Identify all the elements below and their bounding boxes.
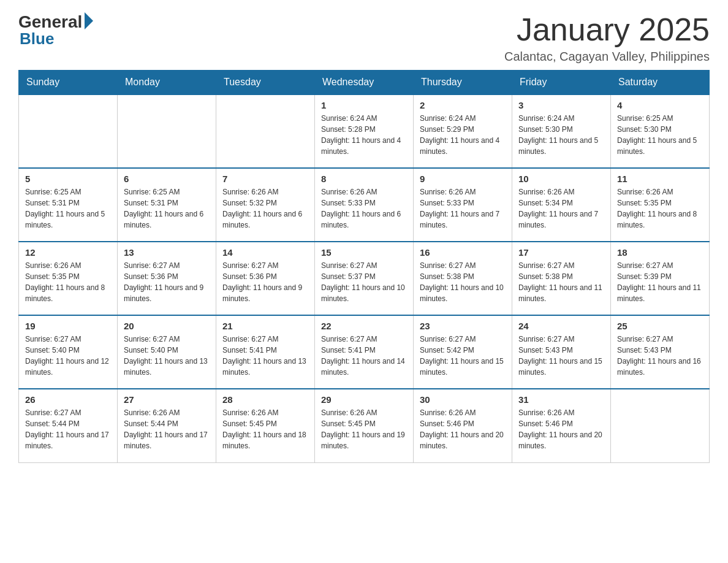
day-info: Sunrise: 6:27 AM Sunset: 5:44 PM Dayligh… [25, 407, 111, 451]
day-number: 2 [420, 100, 506, 110]
day-info: Sunrise: 6:26 AM Sunset: 5:32 PM Dayligh… [222, 186, 308, 231]
calendar-cell: 1Sunrise: 6:24 AM Sunset: 5:28 PM Daylig… [315, 94, 414, 168]
day-number: 22 [321, 321, 407, 331]
day-info: Sunrise: 6:27 AM Sunset: 5:40 PM Dayligh… [124, 334, 210, 378]
day-info: Sunrise: 6:27 AM Sunset: 5:36 PM Dayligh… [124, 260, 210, 304]
day-info: Sunrise: 6:25 AM Sunset: 5:31 PM Dayligh… [124, 186, 210, 231]
day-number: 27 [124, 394, 210, 405]
calendar-cell: 18Sunrise: 6:27 AM Sunset: 5:39 PM Dayli… [611, 242, 710, 315]
day-info: Sunrise: 6:26 AM Sunset: 5:34 PM Dayligh… [518, 186, 604, 231]
title-section: January 2025 Calantac, Cagayan Valley, P… [504, 12, 710, 64]
location-title: Calantac, Cagayan Valley, Philippines [504, 50, 710, 64]
calendar-cell: 27Sunrise: 6:26 AM Sunset: 5:44 PM Dayli… [118, 389, 216, 462]
calendar-day-header: Wednesday [315, 71, 414, 95]
calendar-cell: 6Sunrise: 6:25 AM Sunset: 5:31 PM Daylig… [118, 168, 216, 242]
calendar-cell: 4Sunrise: 6:25 AM Sunset: 5:30 PM Daylig… [611, 94, 710, 168]
day-number: 24 [518, 321, 604, 331]
calendar-cell: 9Sunrise: 6:26 AM Sunset: 5:33 PM Daylig… [414, 168, 512, 242]
day-number: 23 [420, 321, 506, 331]
day-info: Sunrise: 6:26 AM Sunset: 5:33 PM Dayligh… [420, 186, 506, 231]
day-number: 20 [124, 321, 210, 331]
day-number: 19 [25, 321, 111, 331]
calendar-table: SundayMondayTuesdayWednesdayThursdayFrid… [18, 70, 710, 463]
day-number: 8 [321, 174, 407, 184]
calendar-cell: 11Sunrise: 6:26 AM Sunset: 5:35 PM Dayli… [611, 168, 710, 242]
calendar-week-row: 19Sunrise: 6:27 AM Sunset: 5:40 PM Dayli… [19, 315, 710, 389]
day-info: Sunrise: 6:27 AM Sunset: 5:41 PM Dayligh… [321, 334, 407, 378]
day-number: 1 [321, 100, 407, 110]
day-info: Sunrise: 6:26 AM Sunset: 5:46 PM Dayligh… [420, 407, 506, 451]
calendar-cell: 23Sunrise: 6:27 AM Sunset: 5:42 PM Dayli… [414, 315, 512, 389]
logo-blue-text: Blue [20, 29, 54, 48]
calendar-cell: 29Sunrise: 6:26 AM Sunset: 5:45 PM Dayli… [315, 389, 414, 462]
page-header: General Blue January 2025 Calantac, Caga… [18, 12, 710, 64]
calendar-cell: 12Sunrise: 6:26 AM Sunset: 5:35 PM Dayli… [19, 242, 118, 315]
day-number: 12 [25, 247, 111, 258]
calendar-cell: 5Sunrise: 6:25 AM Sunset: 5:31 PM Daylig… [19, 168, 118, 242]
day-info: Sunrise: 6:24 AM Sunset: 5:30 PM Dayligh… [518, 113, 604, 157]
day-number: 28 [222, 394, 308, 405]
day-info: Sunrise: 6:24 AM Sunset: 5:29 PM Dayligh… [420, 113, 506, 157]
day-info: Sunrise: 6:26 AM Sunset: 5:44 PM Dayligh… [124, 407, 210, 451]
calendar-week-row: 1Sunrise: 6:24 AM Sunset: 5:28 PM Daylig… [19, 94, 710, 168]
day-number: 10 [518, 174, 604, 184]
day-info: Sunrise: 6:27 AM Sunset: 5:43 PM Dayligh… [518, 334, 604, 378]
day-number: 18 [617, 247, 703, 258]
day-info: Sunrise: 6:27 AM Sunset: 5:38 PM Dayligh… [518, 260, 604, 304]
calendar-cell: 30Sunrise: 6:26 AM Sunset: 5:46 PM Dayli… [414, 389, 512, 462]
calendar-cell: 21Sunrise: 6:27 AM Sunset: 5:41 PM Dayli… [216, 315, 315, 389]
day-number: 13 [124, 247, 210, 258]
calendar-cell: 15Sunrise: 6:27 AM Sunset: 5:37 PM Dayli… [315, 242, 414, 315]
day-number: 9 [420, 174, 506, 184]
day-info: Sunrise: 6:24 AM Sunset: 5:28 PM Dayligh… [321, 113, 407, 157]
calendar-cell: 28Sunrise: 6:26 AM Sunset: 5:45 PM Dayli… [216, 389, 315, 462]
day-number: 30 [420, 394, 506, 405]
calendar-day-header: Tuesday [216, 71, 315, 95]
calendar-cell [216, 94, 315, 168]
day-info: Sunrise: 6:26 AM Sunset: 5:45 PM Dayligh… [222, 407, 308, 451]
day-number: 15 [321, 247, 407, 258]
day-number: 7 [222, 174, 308, 184]
day-number: 5 [25, 174, 111, 184]
day-info: Sunrise: 6:25 AM Sunset: 5:30 PM Dayligh… [617, 113, 703, 157]
calendar-week-row: 5Sunrise: 6:25 AM Sunset: 5:31 PM Daylig… [19, 168, 710, 242]
day-info: Sunrise: 6:26 AM Sunset: 5:45 PM Dayligh… [321, 407, 407, 451]
calendar-cell: 31Sunrise: 6:26 AM Sunset: 5:46 PM Dayli… [512, 389, 611, 462]
calendar-cell: 17Sunrise: 6:27 AM Sunset: 5:38 PM Dayli… [512, 242, 611, 315]
day-number: 11 [617, 174, 703, 184]
day-info: Sunrise: 6:27 AM Sunset: 5:36 PM Dayligh… [222, 260, 308, 304]
day-number: 26 [25, 394, 111, 405]
day-number: 17 [518, 247, 604, 258]
calendar-cell [611, 389, 710, 462]
day-info: Sunrise: 6:27 AM Sunset: 5:43 PM Dayligh… [617, 334, 703, 378]
day-info: Sunrise: 6:26 AM Sunset: 5:35 PM Dayligh… [25, 260, 111, 304]
day-number: 3 [518, 100, 604, 110]
day-number: 4 [617, 100, 703, 110]
calendar-week-row: 12Sunrise: 6:26 AM Sunset: 5:35 PM Dayli… [19, 242, 710, 315]
day-info: Sunrise: 6:26 AM Sunset: 5:46 PM Dayligh… [518, 407, 604, 451]
calendar-cell: 14Sunrise: 6:27 AM Sunset: 5:36 PM Dayli… [216, 242, 315, 315]
day-info: Sunrise: 6:25 AM Sunset: 5:31 PM Dayligh… [25, 186, 111, 231]
calendar-cell: 26Sunrise: 6:27 AM Sunset: 5:44 PM Dayli… [19, 389, 118, 462]
calendar-cell: 13Sunrise: 6:27 AM Sunset: 5:36 PM Dayli… [118, 242, 216, 315]
calendar-cell: 16Sunrise: 6:27 AM Sunset: 5:38 PM Dayli… [414, 242, 512, 315]
month-title: January 2025 [504, 12, 710, 47]
day-number: 29 [321, 394, 407, 405]
day-info: Sunrise: 6:27 AM Sunset: 5:38 PM Dayligh… [420, 260, 506, 304]
calendar-cell [118, 94, 216, 168]
calendar-cell: 7Sunrise: 6:26 AM Sunset: 5:32 PM Daylig… [216, 168, 315, 242]
day-number: 6 [124, 174, 210, 184]
day-number: 31 [518, 394, 604, 405]
calendar-cell [19, 94, 118, 168]
day-number: 21 [222, 321, 308, 331]
calendar-week-row: 26Sunrise: 6:27 AM Sunset: 5:44 PM Dayli… [19, 389, 710, 462]
calendar-cell: 25Sunrise: 6:27 AM Sunset: 5:43 PM Dayli… [611, 315, 710, 389]
logo: General Blue [18, 12, 93, 48]
logo-arrow-icon [85, 12, 93, 29]
day-info: Sunrise: 6:27 AM Sunset: 5:41 PM Dayligh… [222, 334, 308, 378]
day-info: Sunrise: 6:27 AM Sunset: 5:42 PM Dayligh… [420, 334, 506, 378]
calendar-header-row: SundayMondayTuesdayWednesdayThursdayFrid… [19, 71, 710, 95]
day-number: 16 [420, 247, 506, 258]
calendar-day-header: Friday [512, 71, 611, 95]
calendar-cell: 8Sunrise: 6:26 AM Sunset: 5:33 PM Daylig… [315, 168, 414, 242]
